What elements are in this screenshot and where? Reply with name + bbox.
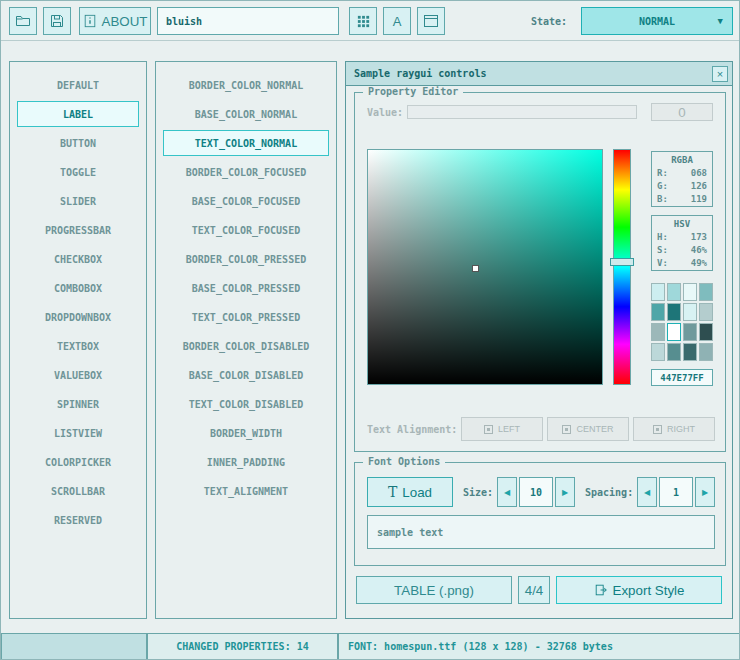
list-item-border_color_normal[interactable]: BORDER_COLOR_NORMAL (163, 72, 329, 98)
list-item-border_color_disabled[interactable]: BORDER_COLOR_DISABLED (163, 333, 329, 359)
list-item-text_color_disabled[interactable]: TEXT_COLOR_DISABLED (163, 391, 329, 417)
list-item-base_color_disabled[interactable]: BASE_COLOR_DISABLED (163, 362, 329, 388)
hue-bar[interactable] (613, 149, 631, 385)
color-swatch[interactable] (699, 343, 713, 361)
color-swatch[interactable] (699, 323, 713, 341)
color-swatch[interactable] (667, 343, 681, 361)
value-label: Value: (367, 107, 403, 118)
font-options-title: Font Options (363, 456, 445, 467)
list-item-valuebox[interactable]: VALUEBOX (17, 362, 139, 388)
property-editor-title: Property Editor (363, 86, 463, 97)
state-dropdown[interactable]: NORMAL ▼ (581, 7, 733, 35)
color-swatch[interactable] (683, 303, 697, 321)
color-swatch[interactable] (683, 343, 697, 361)
color-picker-cursor (472, 265, 479, 272)
hue-slider-handle[interactable] (610, 258, 634, 266)
style-table-view-button[interactable] (349, 7, 377, 35)
rgba-title: RGBA (657, 154, 707, 167)
list-item-slider[interactable]: SLIDER (17, 188, 139, 214)
style-name-input[interactable] (157, 7, 339, 35)
hsv-panel: HSV H:173 S:46% V:49% (651, 215, 713, 271)
color-swatch[interactable] (667, 323, 681, 341)
hsv-v-row: V:49% (657, 257, 707, 270)
size-decrement-button[interactable]: ◀ (497, 477, 517, 507)
export-icon (594, 583, 608, 597)
window-titlebar[interactable]: Sample raygui controls × (346, 62, 732, 86)
open-file-button[interactable] (9, 7, 37, 35)
color-swatch-grid (651, 283, 713, 361)
list-item-progressbar[interactable]: PROGRESSBAR (17, 217, 139, 243)
save-icon (49, 13, 65, 29)
open-folder-icon (15, 13, 31, 29)
list-item-label[interactable]: LABEL (17, 101, 139, 127)
color-swatch[interactable] (699, 303, 713, 321)
color-swatch[interactable] (651, 343, 665, 361)
list-item-base_color_focused[interactable]: BASE_COLOR_FOCUSED (163, 188, 329, 214)
list-item-base_color_pressed[interactable]: BASE_COLOR_PRESSED (163, 275, 329, 301)
list-item-base_color_normal[interactable]: BASE_COLOR_NORMAL (163, 101, 329, 127)
rgba-panel: RGBA R:068 G:126 B:119 (651, 151, 713, 207)
list-item-toggle[interactable]: TOGGLE (17, 159, 139, 185)
export-format-dropdown[interactable]: TABLE (.png) (356, 576, 512, 604)
spacing-label: Spacing: (585, 487, 633, 498)
list-item-border_color_pressed[interactable]: BORDER_COLOR_PRESSED (163, 246, 329, 272)
list-item-combobox[interactable]: COMBOBOX (17, 275, 139, 301)
window-view-button[interactable] (417, 7, 445, 35)
list-item-spinner[interactable]: SPINNER (17, 391, 139, 417)
size-increment-button[interactable]: ▶ (555, 477, 575, 507)
close-button[interactable]: × (712, 66, 728, 82)
list-item-checkbox[interactable]: CHECKBOX (17, 246, 139, 272)
align-right-button: RIGHT (633, 417, 715, 441)
spacing-valuebox[interactable]: 1 (659, 477, 693, 507)
color-swatch[interactable] (667, 303, 681, 321)
list-item-inner_padding[interactable]: INNER_PADDING (163, 449, 329, 475)
color-swatch[interactable] (667, 283, 681, 301)
color-swatch[interactable] (651, 303, 665, 321)
font-a-icon: A (393, 14, 402, 29)
align-right-icon (653, 425, 662, 434)
align-center-button: CENTER (547, 417, 629, 441)
export-pages-button[interactable]: 4/4 (518, 576, 550, 604)
about-button[interactable]: ABOUT (79, 7, 151, 35)
list-item-default[interactable]: DEFAULT (17, 72, 139, 98)
list-item-text_color_pressed[interactable]: TEXT_COLOR_PRESSED (163, 304, 329, 330)
color-swatch[interactable] (683, 283, 697, 301)
list-item-reserved[interactable]: RESERVED (17, 507, 139, 533)
controls-list: DEFAULTLABELBUTTONTOGGLESLIDERPROGRESSBA… (9, 61, 147, 619)
list-item-colorpicker[interactable]: COLORPICKER (17, 449, 139, 475)
arrow-right-icon: ▶ (562, 488, 568, 497)
hex-color-input[interactable]: 447E77FF (651, 369, 713, 386)
list-item-text_color_focused[interactable]: TEXT_COLOR_FOCUSED (163, 217, 329, 243)
load-font-button[interactable]: T Load (367, 477, 453, 507)
status-segment-left (1, 633, 147, 660)
chevron-down-icon: ▼ (718, 16, 723, 26)
size-valuebox[interactable]: 10 (519, 477, 553, 507)
list-item-border_color_focused[interactable]: BORDER_COLOR_FOCUSED (163, 159, 329, 185)
window-icon (423, 13, 439, 29)
list-item-dropdownbox[interactable]: DROPDOWNBOX (17, 304, 139, 330)
toolbar: ABOUT A State: NORMAL ▼ (1, 1, 739, 41)
save-file-button[interactable] (43, 7, 71, 35)
export-style-button[interactable]: Export Style (556, 576, 722, 604)
list-item-border_width[interactable]: BORDER_WIDTH (163, 420, 329, 446)
font-atlas-button[interactable]: A (383, 7, 411, 35)
size-label: Size: (463, 487, 493, 498)
color-swatch[interactable] (699, 283, 713, 301)
rguistyler-app: ABOUT A State: NORMAL ▼ DEFAULTLABELBUTT… (0, 0, 740, 660)
arrow-right-icon: ▶ (702, 488, 708, 497)
list-item-button[interactable]: BUTTON (17, 130, 139, 156)
spacing-decrement-button[interactable]: ◀ (637, 477, 657, 507)
list-item-textbox[interactable]: TEXTBOX (17, 333, 139, 359)
color-swatch[interactable] (683, 323, 697, 341)
list-item-text_color_normal[interactable]: TEXT_COLOR_NORMAL (163, 130, 329, 156)
color-saturation-value-picker[interactable] (367, 149, 603, 385)
align-center-icon (562, 425, 571, 434)
list-item-listview[interactable]: LISTVIEW (17, 420, 139, 446)
color-swatch[interactable] (651, 323, 665, 341)
list-item-scrollbar[interactable]: SCROLLBAR (17, 478, 139, 504)
sample-text-input[interactable]: sample text (367, 515, 715, 549)
color-swatch[interactable] (651, 283, 665, 301)
list-item-text_alignment[interactable]: TEXT_ALIGNMENT (163, 478, 329, 504)
spacing-increment-button[interactable]: ▶ (695, 477, 715, 507)
value-slider (407, 105, 637, 119)
